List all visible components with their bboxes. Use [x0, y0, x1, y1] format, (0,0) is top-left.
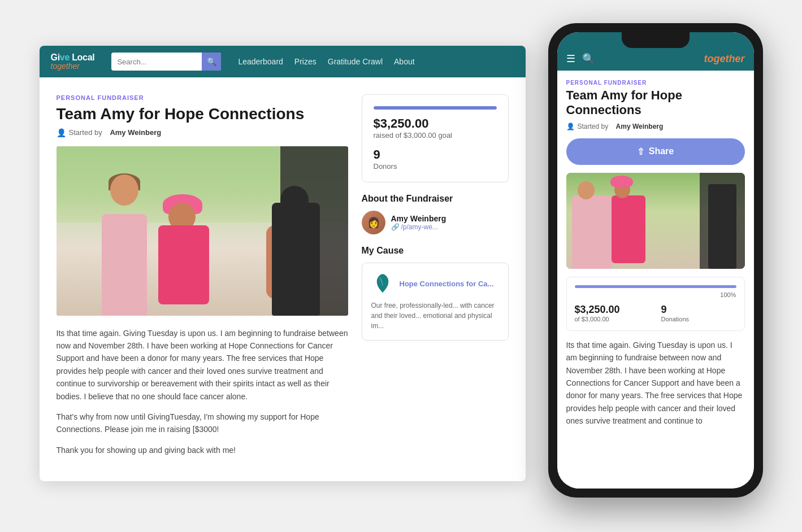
- logo-text: Give Local: [51, 53, 95, 63]
- organizer-name: Amy Weinberg: [110, 128, 161, 137]
- hamburger-icon[interactable]: ☰: [566, 53, 575, 65]
- search-bar[interactable]: 🔍: [111, 53, 221, 71]
- phone-share-button[interactable]: ⇧ Share: [566, 138, 745, 165]
- phone-person2-body: [612, 195, 645, 263]
- phone-amount-stat: $3,250.00 of $3,000.00: [575, 304, 650, 322]
- person2-body: [158, 225, 209, 304]
- phone-fundraiser-image: [566, 173, 745, 269]
- started-by-label: Started by: [69, 128, 102, 137]
- search-button[interactable]: 🔍: [202, 53, 221, 71]
- phone-person1-head: [578, 181, 595, 199]
- donors-count: 9: [374, 147, 497, 162]
- fundraiser-image: [57, 146, 348, 316]
- phone-mockup: ☰ 🔍 together PERSONAL FUNDRAISER Team Am…: [548, 23, 763, 498]
- phone-notch: [622, 32, 690, 48]
- cause-card: Hope Connections for Ca... Our free, pro…: [362, 263, 509, 341]
- phone-stats-row: $3,250.00 of $3,000.00 9 Donations: [575, 304, 736, 322]
- phone-donations-stat: 9 Donations: [661, 304, 736, 322]
- phone-screen: ☰ 🔍 together PERSONAL FUNDRAISER Team Am…: [557, 32, 754, 489]
- body-paragraph-3: Thank you for showing up and giving back…: [57, 444, 348, 456]
- scene: Give Local together 🔍 Leaderboard Prizes…: [40, 23, 763, 509]
- nav-prizes[interactable]: Prizes: [294, 57, 317, 66]
- search-input[interactable]: [111, 55, 202, 68]
- logo-tagline: together: [51, 62, 95, 71]
- phone-body-text: Its that time again. Giving Tuesday is u…: [566, 339, 745, 428]
- phone-person3-body: [708, 184, 736, 269]
- phone-organizer: Amy Weinberg: [616, 123, 664, 130]
- phone-person1-body: [572, 195, 612, 269]
- body-paragraph-1: Its that time again. Giving Tuesday is u…: [57, 327, 348, 403]
- donation-stats-card: $3,250.00 raised of $3,000.00 goal 9 Don…: [362, 94, 509, 182]
- share-icon: ⇧: [637, 146, 644, 157]
- right-column: $3,250.00 raised of $3,000.00 goal 9 Don…: [362, 94, 509, 464]
- progress-bar-fill: [374, 106, 497, 110]
- nav-links: Leaderboard Prizes Gratitude Crawl About: [238, 57, 414, 66]
- desktop-browser: Give Local together 🔍 Leaderboard Prizes…: [40, 46, 526, 481]
- navigation: Give Local together 🔍 Leaderboard Prizes…: [40, 46, 526, 77]
- nav-about[interactable]: About: [394, 57, 415, 66]
- phone-donations-count: 9: [661, 304, 736, 316]
- organizer-details: Amy Weinberg 🔗 /p/amy-we...: [391, 214, 446, 231]
- fundraiser-title: Team Amy for Hope Connections: [57, 104, 348, 124]
- phone-amount-sub: of $3,000.00: [575, 316, 650, 322]
- nav-gratitude-crawl[interactable]: Gratitude Crawl: [328, 57, 383, 66]
- phone-fundraiser-title: Team Amy for Hope Connections: [566, 88, 745, 118]
- cause-description: Our free, professionally-led... with can…: [371, 300, 499, 331]
- amount-raised: $3,250.00: [374, 116, 497, 131]
- about-fundraiser-title: About the Fundraiser: [362, 194, 509, 204]
- donors-label: Donors: [374, 162, 497, 171]
- phone-body: PERSONAL FUNDRAISER Team Amy for Hope Co…: [557, 71, 754, 487]
- phone-progress-fill: [575, 285, 736, 288]
- phone-person-icon: 👤: [566, 123, 575, 130]
- phone-progress-bar: [575, 285, 736, 288]
- phone-logo: together: [704, 53, 745, 65]
- fundraiser-body: Its that time again. Giving Tuesday is u…: [57, 327, 348, 457]
- cause-logo: [371, 272, 394, 295]
- phone-stats-card: 100% $3,250.00 of $3,000.00 9 Donations: [566, 277, 745, 331]
- phone-progress-label: 100%: [575, 291, 736, 298]
- phone-search-icon[interactable]: 🔍: [582, 53, 595, 65]
- body-paragraph-2: That's why from now until GivingTuesday,…: [57, 411, 348, 436]
- raised-label: raised of $3,000.00 goal: [374, 131, 497, 139]
- phone-personal-label: PERSONAL FUNDRAISER: [566, 80, 745, 86]
- link-text: /p/amy-we...: [401, 223, 438, 231]
- logo: Give Local together: [51, 53, 95, 71]
- person1-head: [110, 175, 138, 206]
- nav-leaderboard[interactable]: Leaderboard: [238, 57, 283, 66]
- phone-donations-label: Donations: [661, 316, 736, 322]
- personal-fundraiser-badge: PERSONAL FUNDRAISER: [57, 94, 348, 101]
- phone-title-line2: Connections: [566, 103, 641, 117]
- person1-body: [102, 214, 147, 316]
- link-icon: 🔗: [391, 223, 400, 231]
- phone-header-icons: ☰ 🔍: [566, 53, 595, 65]
- organizer-info: 👩 Amy Weinberg 🔗 /p/amy-we...: [362, 211, 509, 234]
- share-label: Share: [649, 146, 674, 156]
- phone-photo-scene: [566, 173, 745, 269]
- phone-person2-hat: [610, 176, 633, 187]
- phone-started-by: 👤 Started by Amy Weinberg: [566, 123, 745, 130]
- progress-bar: [374, 106, 497, 110]
- page-content: PERSONAL FUNDRAISER Team Amy for Hope Co…: [40, 77, 526, 481]
- organizer-link[interactable]: 🔗 /p/amy-we...: [391, 223, 446, 231]
- person3: [263, 180, 337, 316]
- person-icon: 👤: [57, 128, 66, 137]
- my-cause-title: My Cause: [362, 246, 509, 256]
- cause-card-header: Hope Connections for Ca...: [371, 272, 499, 295]
- logo-accent: ve: [60, 53, 70, 62]
- person2: [153, 191, 220, 304]
- left-column: PERSONAL FUNDRAISER Team Amy for Hope Co…: [57, 94, 348, 464]
- phone-started-label: Started by: [578, 123, 609, 130]
- phone-amount: $3,250.00: [575, 304, 650, 316]
- cause-logo-svg: [371, 272, 394, 295]
- organizer-name-text: Amy Weinberg: [391, 214, 446, 223]
- cause-name[interactable]: Hope Connections for Ca...: [400, 280, 494, 288]
- phone-title-line1: Team Amy for Hope: [566, 88, 682, 102]
- person3-body: [272, 203, 320, 316]
- organizer-avatar: 👩: [362, 211, 385, 234]
- photo-scene: [57, 146, 348, 316]
- started-by: 👤 Started by Amy Weinberg: [57, 128, 348, 137]
